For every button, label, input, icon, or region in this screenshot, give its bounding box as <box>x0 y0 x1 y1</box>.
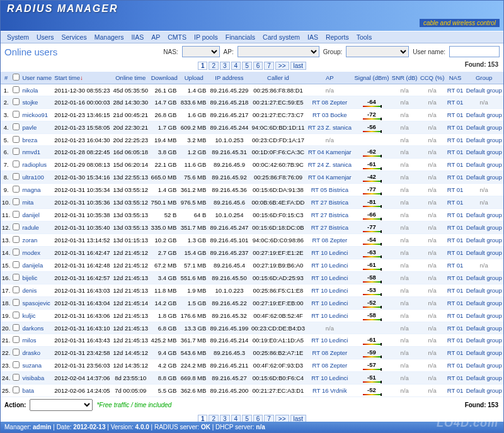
ap-link[interactable]: RT 27 Bistrica <box>311 199 348 206</box>
username-link[interactable]: visibaba <box>22 374 44 381</box>
menu-managers[interactable]: Managers <box>91 32 128 42</box>
username-link[interactable]: bata <box>22 387 34 394</box>
nas-link[interactable]: RT 01 <box>447 387 464 394</box>
ap-link[interactable]: RT 08 Zepter <box>312 99 348 106</box>
username-link[interactable]: zoran <box>22 237 37 244</box>
row-checkbox[interactable] <box>13 98 20 105</box>
ap-link[interactable]: RT 10 Ledinci <box>311 262 348 269</box>
username-link[interactable]: drasko <box>22 349 40 356</box>
row-checkbox[interactable] <box>13 236 20 243</box>
ap-link[interactable]: RT 04 Kamenjar <box>308 149 352 155</box>
group-link[interactable]: Default group <box>466 124 502 131</box>
group-link[interactable]: Default group <box>466 337 502 344</box>
group-link[interactable]: Default group <box>466 387 502 394</box>
row-checkbox[interactable] <box>13 198 20 205</box>
ap-link[interactable]: RT 04 Kamenjar <box>308 174 352 181</box>
col-nas[interactable]: NAS <box>446 72 465 84</box>
username-link[interactable]: radioplus <box>22 161 47 168</box>
group-link[interactable]: Default group <box>466 312 502 319</box>
nas-link[interactable]: RT 01 <box>447 161 464 168</box>
username-link[interactable]: suzana <box>22 362 42 369</box>
col-user-name[interactable]: User name <box>21 72 53 84</box>
group-link[interactable]: Default group <box>466 149 502 155</box>
menu-iias[interactable]: IIAS <box>127 32 147 42</box>
ap-link[interactable]: RT 08 Zepter <box>312 362 348 369</box>
nas-link[interactable]: RT 01 <box>447 87 464 94</box>
row-checkbox[interactable] <box>13 160 20 167</box>
row-checkbox[interactable] <box>13 223 20 230</box>
menu-tools[interactable]: Tools <box>353 32 376 42</box>
col-caller-id[interactable]: Caller id <box>250 72 307 84</box>
ap-link[interactable]: RT 08 Zepter <box>312 349 348 356</box>
col-ccq-[interactable]: CCQ (%) <box>419 72 446 84</box>
menu-services[interactable]: Services <box>57 32 90 42</box>
group-link[interactable]: Default group <box>466 111 502 118</box>
username-link[interactable]: mickoo91 <box>22 111 48 118</box>
ap-select[interactable] <box>238 46 319 57</box>
username-link[interactable]: modex <box>22 249 40 256</box>
row-checkbox[interactable] <box>13 299 20 306</box>
group-link[interactable]: Default group <box>466 174 502 181</box>
row-checkbox[interactable] <box>13 173 20 180</box>
menu-ip-pools[interactable]: IP pools <box>190 32 222 42</box>
page-last[interactable]: last <box>290 62 307 70</box>
row-checkbox[interactable] <box>13 324 20 331</box>
menu-users[interactable]: Users <box>33 32 57 42</box>
page-2[interactable]: 2 <box>209 62 219 70</box>
group-link[interactable]: Default group <box>466 374 502 381</box>
row-checkbox[interactable] <box>13 386 20 393</box>
row-checkbox[interactable] <box>13 86 20 93</box>
group-link[interactable]: Default group <box>466 349 502 356</box>
group-link[interactable]: Default group <box>466 325 502 332</box>
col-start-time[interactable]: Start time↓ <box>53 72 112 84</box>
nas-link[interactable]: RT 01 <box>447 186 464 193</box>
username-link[interactable]: bijelic <box>22 274 37 281</box>
nas-link[interactable]: RT 01 <box>447 174 464 181</box>
ap-link[interactable]: RT 08 Zepter <box>312 237 348 244</box>
ap-link[interactable]: RT 10 Ledinci <box>311 300 348 306</box>
row-checkbox[interactable] <box>13 349 20 356</box>
group-link[interactable]: Default group <box>466 237 502 244</box>
username-link[interactable]: ultra100 <box>22 174 43 181</box>
nas-link[interactable]: RT 01 <box>447 199 464 206</box>
username-link[interactable]: kuljic <box>22 312 35 319</box>
username-link[interactable]: denis <box>22 287 37 294</box>
row-checkbox[interactable] <box>13 186 20 193</box>
nas-link[interactable]: RT 01 <box>447 99 464 106</box>
group-link[interactable]: Default group <box>466 249 502 256</box>
menu-system[interactable]: System <box>3 32 33 42</box>
row-checkbox[interactable] <box>13 148 20 155</box>
nas-link[interactable]: RT 01 <box>447 149 464 155</box>
group-link[interactable]: Default group <box>466 224 502 231</box>
col-signal-dbm-[interactable]: Signal (dBm) <box>353 72 390 84</box>
nas-link[interactable]: RT 01 <box>447 312 464 319</box>
nas-link[interactable]: RT 01 <box>447 274 464 281</box>
username-link[interactable]: mita <box>22 199 33 206</box>
menu-cmts[interactable]: CMTS <box>164 32 190 42</box>
group-link[interactable]: Default group <box>466 137 502 143</box>
username-link[interactable]: nmvd1 <box>22 149 40 155</box>
select-all-checkbox[interactable] <box>13 74 20 81</box>
page->>[interactable]: >> <box>275 62 289 70</box>
row-checkbox[interactable] <box>13 123 20 130</box>
row-checkbox[interactable] <box>13 286 20 293</box>
username-link[interactable]: magna <box>22 186 40 193</box>
username-link[interactable]: stojke <box>22 99 38 106</box>
group-link[interactable]: Default group <box>466 87 502 94</box>
page-6[interactable]: 6 <box>253 62 263 70</box>
row-checkbox[interactable] <box>13 211 20 218</box>
ap-link[interactable]: RT 03 Bocke <box>312 111 347 118</box>
ap-link[interactable]: RT 10 Ledinci <box>311 374 348 381</box>
group-link[interactable]: Default group <box>466 274 502 281</box>
page-7[interactable]: 7 <box>264 62 274 70</box>
col-group[interactable]: Group <box>464 72 503 84</box>
ap-link[interactable]: RT 10 Ledinci <box>311 337 348 344</box>
nas-link[interactable]: RT 01 <box>447 362 464 369</box>
username-link[interactable]: danijela <box>22 262 43 269</box>
ap-link[interactable]: RT 27 Bistrica <box>311 224 348 231</box>
nas-link[interactable]: RT 01 <box>447 249 464 256</box>
nas-select[interactable] <box>182 46 220 57</box>
page-4[interactable]: 4 <box>231 62 241 70</box>
group-link[interactable]: Default group <box>466 300 502 306</box>
row-checkbox[interactable] <box>13 361 20 368</box>
